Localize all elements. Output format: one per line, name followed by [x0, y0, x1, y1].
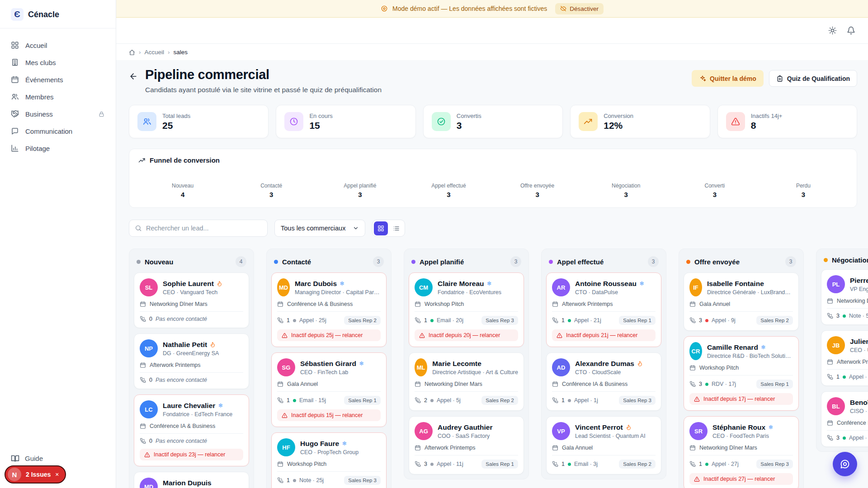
lead-name-row: Pierre Le❄	[850, 277, 868, 285]
avatar: IF	[689, 278, 702, 296]
grid-view-button[interactable]	[374, 221, 388, 235]
sidebar-item-communication[interactable]: Communication	[5, 122, 111, 140]
quit-demo-button[interactable]: Quitter la démo	[692, 70, 764, 87]
kanban-column: Nouveau4SLSophie LaurentCEO · Vanguard T…	[129, 249, 254, 488]
lead-role-company: Directrice R&D · BioTech Solutions	[707, 353, 793, 359]
calendar-icon	[415, 301, 421, 307]
column-cards: PLPierre Le❄VP EngineerNetworking Dîner3…	[821, 269, 868, 447]
lead-name-row: Vincent Perrot	[575, 423, 646, 432]
lead-name: Marie Lecomte	[432, 360, 481, 368]
theme-toggle-sun-icon[interactable]	[828, 26, 837, 35]
inactivity-warning-label: Inactif depuis 23j — relancer	[154, 451, 225, 458]
lead-event-label: Conférence IA & Business	[562, 381, 627, 387]
lead-card[interactable]: IFIsabelle FontaineDirectrice Générale ·…	[684, 272, 799, 331]
last-activity: Email · 3j	[574, 461, 598, 467]
stat-body: Inactifs 14j+8	[751, 113, 783, 131]
lead-card[interactable]: CMClaire Moreau❄Fondatrice · EcoVentures…	[409, 272, 524, 347]
contact-count: 0	[149, 377, 152, 383]
column-status-dot	[137, 260, 141, 264]
lead-card[interactable]: CRCamille Renard❄Directrice R&D · BioTec…	[684, 336, 799, 411]
activity-dot	[293, 319, 296, 322]
lead-card[interactable]: ARAntoine Rousseau❄CTO · DataPulseAfterw…	[546, 272, 661, 347]
stat-card: Inactifs 14j+8	[717, 105, 857, 138]
lead-card[interactable]: MDMarion DupuisCEO · HealthConnect	[134, 472, 249, 488]
disable-demo-button[interactable]: Désactiver	[555, 3, 604, 14]
lead-contact-row: 1Email · 3jSales Rep 2	[552, 460, 656, 469]
lead-name: Antoine Rousseau	[575, 280, 637, 288]
avatar: PL	[827, 275, 845, 293]
guide-label: Guide	[25, 455, 43, 462]
lead-card[interactable]: ADAlexandre DumasCTO · CloudScaleConfére…	[546, 352, 661, 411]
avatar: HF	[277, 438, 295, 456]
lead-identity: Benoît LCISO · Cybe	[850, 399, 868, 414]
page-subtitle: Candidats ayant postulé via le site vitr…	[145, 86, 382, 94]
sidebar-item-pilotage[interactable]: Pilotage	[5, 140, 111, 157]
lead-card[interactable]: AGAudrey GauthierCOO · SaaS FactoryAfter…	[409, 416, 524, 474]
issues-badge[interactable]: N 2 Issues ×	[5, 465, 66, 483]
close-icon[interactable]: ×	[55, 471, 59, 478]
alert-triangle-icon	[282, 413, 288, 418]
column-name: Appel planifié	[420, 258, 464, 266]
search-icon	[135, 225, 142, 232]
lead-card-header: AGAudrey GauthierCOO · SaaS Factory	[415, 422, 518, 440]
home-icon[interactable]	[129, 49, 135, 56]
lead-contact-row: 1Email · 15jSales Rep 1	[277, 396, 381, 405]
lead-card[interactable]: HFHugo Faure❄CEO · PropTech GroupWorksho…	[271, 432, 387, 488]
notifications-bell-icon[interactable]	[847, 26, 855, 35]
lead-role-company: CEO · PropTech Group	[300, 449, 359, 455]
lead-name: Isabelle Fontaine	[707, 280, 764, 288]
activity-dot	[430, 399, 434, 402]
lead-card[interactable]: SGSébastien Girard❄CEO · FinTech LabGala…	[271, 352, 387, 427]
lead-event: Workshop Pitch	[415, 301, 518, 307]
inactivity-warning-label: Inactif depuis 15j — relancer	[291, 412, 363, 418]
guide-button[interactable]: Guide	[11, 454, 43, 463]
last-activity: Appel · 11j	[437, 461, 463, 467]
lead-card[interactable]: JBJulien Bl❄CEO · UrbanAfterwork Printem…	[821, 330, 868, 386]
back-button[interactable]	[129, 72, 138, 81]
breadcrumb-separator: ›	[168, 49, 170, 56]
column-count-badge: 3	[510, 256, 521, 267]
sales-rep-badge: Sales Rep 1	[619, 316, 656, 325]
lead-name-row: Alexandre Dumas	[575, 360, 643, 368]
lead-card[interactable]: VPVincent PerrotLead Scientist · Quantum…	[546, 416, 661, 474]
lead-card[interactable]: SLSophie LaurentCEO · Vanguard TechNetwo…	[134, 272, 249, 328]
chat-fab-button[interactable]	[833, 452, 857, 476]
sidebar-item-label: Accueil	[25, 42, 47, 49]
lead-card[interactable]: BLBenoît LCISO · CybeConférence IA & B3A…	[821, 391, 868, 447]
lead-event-label: Conférence IA & B	[837, 420, 868, 426]
lead-card[interactable]: SRStéphanie Roux❄CEO · FoodTech ParisNet…	[684, 416, 799, 488]
search-input[interactable]	[146, 225, 262, 232]
lead-card[interactable]: MLMarie LecomteDirectrice Artistique · A…	[409, 352, 524, 411]
rep-filter-select[interactable]: Tous les commerciaux	[274, 220, 365, 237]
lock-icon	[98, 111, 105, 117]
lead-card[interactable]: PLPierre Le❄VP EngineerNetworking Dîner3…	[821, 269, 868, 325]
funnel-stage: Nouveau4	[138, 183, 227, 198]
lead-search[interactable]	[129, 220, 268, 237]
sidebar-item--v-nements[interactable]: Événements	[5, 71, 111, 88]
breadcrumb-item-accueil[interactable]: Accueil	[145, 49, 165, 56]
funnel-stages: Nouveau4Contacté3Appel planifié3Appel ef…	[138, 183, 848, 200]
last-activity: Email · 20j	[437, 317, 463, 324]
check-circle-icon	[437, 117, 446, 126]
sidebar-item-accueil[interactable]: Accueil	[5, 37, 111, 54]
calendar-icon	[827, 420, 833, 426]
lead-card[interactable]: NPNathalie PetitDG · GreenEnergy SAAfter…	[134, 333, 249, 389]
inactivity-warning: Inactif depuis 15j — relancer	[277, 409, 381, 421]
list-view-button[interactable]	[389, 221, 403, 235]
sidebar-item-mes-clubs[interactable]: Mes clubs	[5, 54, 111, 71]
lead-name-row: Stéphanie Roux❄	[712, 423, 773, 432]
activity-dot	[430, 463, 434, 466]
avatar: MD	[277, 278, 290, 296]
lead-card[interactable]: LCLaure Chevalier❄Fondatrice · EdTech Fr…	[134, 394, 249, 466]
app-logo-icon: Є	[11, 8, 24, 21]
qualification-quiz-button[interactable]: Quiz de Qualification	[769, 70, 857, 87]
column-count-badge: 3	[785, 256, 796, 267]
clipboard-icon	[776, 75, 783, 82]
breadcrumb-separator: ›	[139, 49, 141, 56]
page-title: Pipeline commercial	[145, 67, 382, 82]
sidebar-item-membres[interactable]: Membres	[5, 88, 111, 105]
lead-card[interactable]: MDMarc Dubois❄Managing Director · Capita…	[271, 272, 387, 347]
demo-banner-text: Mode démo actif — Les données affichées …	[392, 5, 547, 12]
activity-dot	[568, 463, 571, 466]
sidebar-item-business[interactable]: Business	[5, 105, 111, 122]
